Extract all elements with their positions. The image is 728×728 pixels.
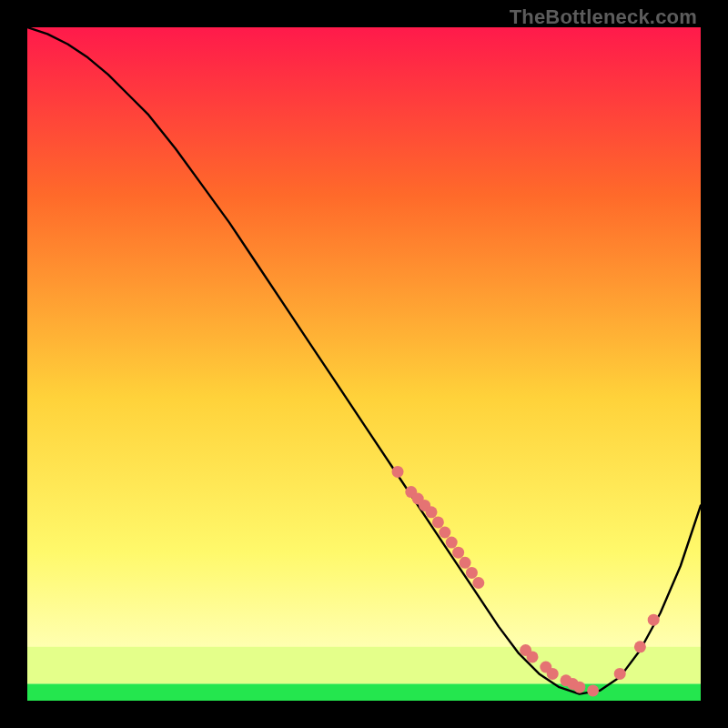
data-point	[527, 651, 539, 662]
data-point	[460, 557, 471, 569]
data-point	[648, 614, 660, 626]
data-point	[634, 641, 646, 652]
near-optimal-band	[27, 647, 701, 684]
data-point	[432, 516, 444, 528]
optimal-band	[27, 684, 701, 702]
data-point	[466, 567, 478, 579]
data-point	[472, 577, 484, 589]
data-point	[587, 684, 599, 696]
data-point	[573, 682, 585, 693]
data-point	[439, 527, 450, 539]
bottleneck-chart	[27, 27, 701, 701]
data-point	[446, 537, 458, 549]
data-point	[426, 506, 438, 518]
data-point	[392, 466, 404, 478]
data-point	[614, 668, 626, 680]
chart-frame	[27, 27, 701, 701]
data-point	[452, 547, 464, 559]
heat-gradient	[27, 27, 701, 701]
data-point	[547, 668, 559, 680]
watermark-text: TheBottleneck.com	[510, 5, 697, 29]
